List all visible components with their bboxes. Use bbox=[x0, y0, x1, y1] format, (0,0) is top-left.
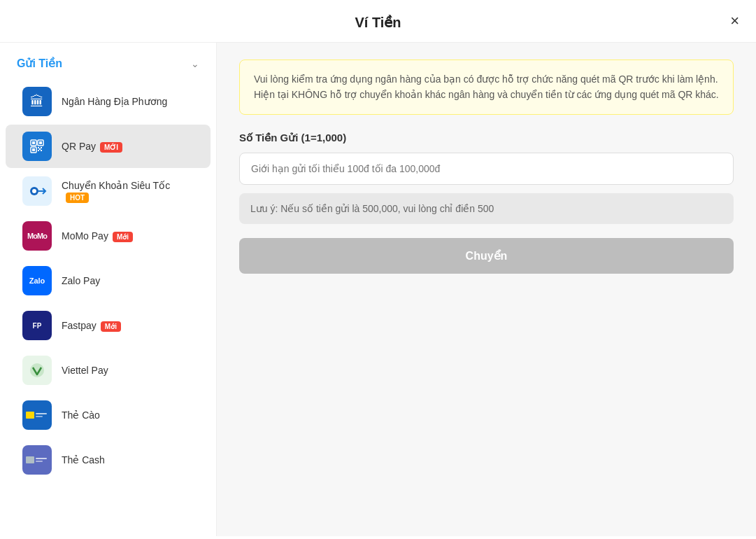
svg-rect-19 bbox=[26, 456, 34, 463]
sidebar-item-label: Viettel Pay bbox=[62, 365, 108, 376]
form-label: Số Tiền Gửi (1=1,000) bbox=[239, 132, 734, 144]
sidebar-item-chuyen-khoan[interactable]: Chuyển Khoản Siêu TốcHOT bbox=[6, 169, 211, 213]
svg-rect-3 bbox=[39, 141, 42, 144]
sidebar-item-label: QR PayMỚI bbox=[62, 141, 122, 153]
sidebar-item-thecao[interactable]: Thẻ Cào bbox=[6, 393, 211, 437]
sidebar-item-label: Thẻ Cào bbox=[62, 410, 100, 421]
svg-rect-6 bbox=[38, 147, 39, 148]
modal-overlay: Ví Tiền × Gửi Tiền ⌄ 🏛 Ngân Hàng Địa Phư… bbox=[0, 0, 756, 539]
svg-rect-7 bbox=[41, 147, 42, 148]
sidebar-item-label: Thẻ Cash bbox=[62, 454, 105, 465]
sidebar-item-zalo[interactable]: Zalo Zalo Pay bbox=[6, 259, 211, 302]
sidebar-item-fastpay[interactable]: FP FastpayMới bbox=[6, 304, 211, 347]
sidebar-item-momo[interactable]: MoMo MoMo PayMới bbox=[6, 214, 211, 258]
sidebar-item-viettel[interactable]: Viettel Pay bbox=[6, 349, 211, 392]
sidebar-section-header[interactable]: Gửi Tiền ⌄ bbox=[0, 43, 216, 78]
svg-rect-5 bbox=[32, 148, 35, 151]
fastpay-icon: FP bbox=[22, 311, 52, 340]
main-content: Vui lòng kiểm tra ứng dụng ngân hàng của… bbox=[217, 43, 756, 536]
alert-text: Vui lòng kiểm tra ứng dụng ngân hàng của… bbox=[254, 74, 719, 100]
momo-icon: MoMo bbox=[22, 221, 52, 251]
svg-rect-21 bbox=[36, 461, 43, 462]
close-button[interactable]: × bbox=[730, 13, 739, 29]
submit-button[interactable]: Chuyển bbox=[239, 238, 734, 274]
badge-moi: MỚI bbox=[100, 142, 122, 153]
bank-icon: 🏛 bbox=[22, 87, 52, 116]
sidebar-item-label: Zalo Pay bbox=[62, 275, 100, 286]
sidebar: Gửi Tiền ⌄ 🏛 Ngân Hàng Địa Phương bbox=[0, 43, 217, 536]
hint-box: Lưu ý: Nếu số tiền gửi là 500,000, vui l… bbox=[239, 193, 734, 224]
chevron-down-icon: ⌄ bbox=[191, 58, 199, 69]
svg-rect-9 bbox=[41, 150, 42, 151]
sidebar-item-label: Chuyển Khoản Siêu TốcHOT bbox=[62, 180, 194, 203]
modal-header: Ví Tiền × bbox=[0, 0, 756, 43]
modal-title: Ví Tiền bbox=[355, 14, 401, 31]
alert-box: Vui lòng kiểm tra ứng dụng ngân hàng của… bbox=[239, 59, 734, 115]
thecao-icon bbox=[22, 400, 52, 430]
sidebar-item-qr-pay[interactable]: QR PayMỚI bbox=[6, 125, 211, 168]
badge-hot: HOT bbox=[66, 192, 89, 203]
svg-rect-16 bbox=[36, 413, 47, 414]
zalo-icon: Zalo bbox=[22, 266, 52, 295]
badge-moi: Mới bbox=[101, 321, 121, 332]
hint-text: Lưu ý: Nếu số tiền gửi là 500,000, vui l… bbox=[250, 203, 494, 214]
svg-rect-20 bbox=[36, 458, 47, 459]
sidebar-item-thecash[interactable]: Thẻ Cash bbox=[6, 438, 211, 482]
sidebar-item-label: Ngân Hàng Địa Phương bbox=[62, 96, 167, 107]
badge-moi: Mới bbox=[113, 232, 133, 242]
svg-point-12 bbox=[32, 189, 36, 193]
svg-rect-15 bbox=[26, 412, 34, 419]
thecash-icon bbox=[22, 445, 52, 475]
viettel-icon bbox=[22, 356, 52, 385]
sidebar-item-label: MoMo PayMới bbox=[62, 230, 133, 242]
sidebar-item-ngan-hang[interactable]: 🏛 Ngân Hàng Địa Phương bbox=[6, 80, 211, 123]
svg-rect-8 bbox=[38, 150, 39, 151]
fast-transfer-icon bbox=[22, 176, 52, 206]
sidebar-item-label: FastpayMới bbox=[62, 320, 121, 332]
amount-input[interactable] bbox=[239, 153, 734, 185]
svg-rect-17 bbox=[36, 416, 43, 417]
modal-body: Gửi Tiền ⌄ 🏛 Ngân Hàng Địa Phương bbox=[0, 43, 756, 536]
svg-rect-10 bbox=[39, 148, 41, 150]
qr-icon bbox=[22, 132, 52, 161]
svg-rect-1 bbox=[32, 141, 35, 144]
sidebar-section-title: Gửi Tiền bbox=[17, 57, 62, 70]
